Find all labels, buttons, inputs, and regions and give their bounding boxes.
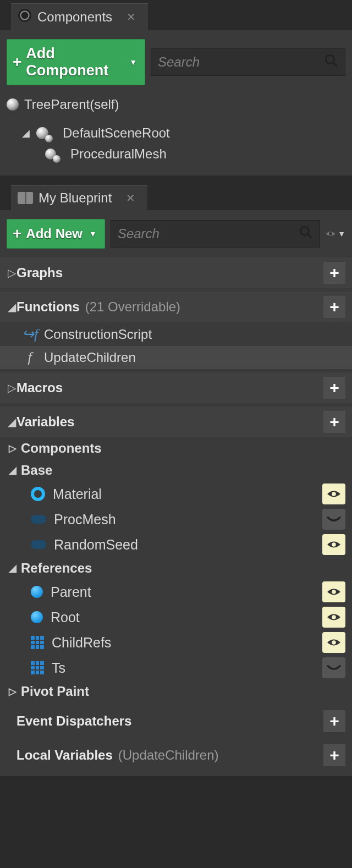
search-field[interactable] (158, 54, 324, 70)
search-icon (299, 225, 313, 243)
variable-procmesh[interactable]: ProcMesh (0, 507, 352, 532)
chevron-down-icon: ▼ (89, 229, 97, 238)
var-group-pivot-paint[interactable]: ▷ Pivot Paint (0, 680, 352, 702)
material-type-icon (31, 487, 45, 501)
visibility-toggle[interactable] (322, 657, 345, 678)
var-group-references[interactable]: ◢ References (0, 557, 352, 579)
svg-point-7 (332, 492, 336, 496)
ue-logo-icon (18, 8, 32, 26)
add-graph-button[interactable]: + (323, 262, 345, 284)
add-local-variable-button[interactable]: + (323, 744, 345, 766)
function-label: ConstructionScript (44, 327, 152, 342)
svg-line-5 (307, 234, 312, 238)
variable-childrefs[interactable]: ChildRefs (0, 630, 352, 655)
collapse-icon[interactable]: ◢ (7, 415, 16, 428)
variable-parent[interactable]: Parent (0, 579, 352, 605)
add-function-button[interactable]: + (323, 296, 345, 318)
add-new-button[interactable]: + Add New ▼ (7, 219, 105, 249)
section-local-variables[interactable]: Local Variables (UpdateChildren) + (0, 740, 352, 771)
object-type-icon (31, 515, 46, 524)
close-icon[interactable]: ✕ (127, 10, 136, 24)
visibility-toggle[interactable] (322, 581, 345, 602)
section-macros[interactable]: ▷ Macros + (0, 372, 352, 403)
visibility-filter-button[interactable]: ▼ (326, 226, 345, 242)
functions-subtitle: (21 Overridable) (85, 299, 180, 315)
variable-material[interactable]: Material (0, 481, 352, 507)
components-tab[interactable]: Components ✕ (11, 3, 148, 30)
function-label: UpdateChildren (44, 350, 136, 365)
scene-root-label: DefaultSceneRoot (63, 125, 170, 141)
add-event-dispatcher-button[interactable]: + (323, 710, 345, 732)
search-field[interactable] (118, 226, 299, 241)
component-tree-root[interactable]: TreeParent(self) (7, 94, 345, 115)
add-component-button[interactable]: + Add Component ▼ (7, 39, 145, 85)
components-tab-label: Components (37, 9, 112, 25)
variable-label: Root (51, 609, 80, 625)
expand-icon[interactable]: ▷ (7, 266, 16, 279)
variables-title: Variables (16, 414, 74, 430)
components-group-label: Components (21, 441, 102, 456)
root-label: TreeParent(self) (24, 97, 119, 112)
add-new-label: Add New (26, 226, 82, 241)
section-variables[interactable]: ◢ Variables + (0, 406, 352, 437)
pivot-paint-label: Pivot Paint (21, 684, 89, 699)
visibility-toggle[interactable] (322, 632, 345, 653)
visibility-toggle[interactable] (322, 607, 345, 628)
expand-icon[interactable]: ▷ (8, 685, 18, 697)
blueprint-icon (18, 192, 33, 204)
array-type-icon (31, 636, 44, 649)
collapse-icon[interactable]: ◢ (8, 562, 18, 574)
svg-point-4 (300, 227, 309, 235)
function-update-children[interactable]: f UpdateChildren (0, 346, 352, 369)
expand-icon[interactable]: ▷ (8, 442, 18, 454)
visibility-toggle[interactable] (322, 509, 345, 530)
add-macro-button[interactable]: + (323, 377, 345, 399)
scene-component-icon (45, 149, 56, 160)
blueprint-search-input[interactable] (111, 220, 320, 248)
component-proc-mesh[interactable]: ProceduralMesh (7, 144, 345, 164)
var-group-base[interactable]: ◢ Base (0, 459, 352, 481)
variable-ts[interactable]: Ts (0, 655, 352, 680)
base-group-label: Base (21, 463, 52, 478)
graphs-title: Graphs (16, 265, 63, 281)
components-search-input[interactable] (151, 48, 345, 76)
section-event-dispatchers[interactable]: Event Dispatchers + (0, 706, 352, 737)
variable-label: Material (53, 486, 102, 502)
section-graphs[interactable]: ▷ Graphs + (0, 257, 352, 288)
event-dispatchers-title: Event Dispatchers (16, 713, 131, 729)
object-type-icon (31, 540, 46, 549)
expand-icon[interactable]: ▷ (7, 381, 16, 394)
array-type-icon (31, 661, 44, 674)
chevron-down-icon: ▼ (129, 58, 137, 67)
my-blueprint-tab-label: My Blueprint (38, 190, 112, 206)
var-group-components[interactable]: ▷ Components (0, 437, 352, 459)
svg-point-2 (326, 55, 334, 63)
variable-label: ProcMesh (54, 512, 116, 528)
references-group-label: References (21, 561, 92, 576)
visibility-toggle[interactable] (322, 534, 345, 555)
close-icon[interactable]: ✕ (126, 191, 135, 205)
variable-root[interactable]: Root (0, 605, 352, 630)
chevron-down-icon: ▼ (338, 229, 345, 238)
section-functions[interactable]: ◢ Functions (21 Overridable) + (0, 292, 352, 322)
add-variable-button[interactable]: + (323, 411, 345, 433)
my-blueprint-tab[interactable]: My Blueprint ✕ (11, 185, 147, 210)
svg-point-10 (332, 615, 336, 619)
variable-label: Ts (52, 660, 65, 676)
macros-title: Macros (16, 380, 63, 395)
svg-point-6 (329, 232, 332, 235)
plus-icon: + (13, 225, 21, 243)
collapse-icon[interactable]: ◢ (8, 464, 18, 476)
function-icon: f (22, 349, 37, 366)
functions-title: Functions (16, 299, 80, 315)
object-ref-icon (31, 611, 43, 623)
variable-randomseed[interactable]: RandomSeed (0, 532, 352, 557)
function-construction-script[interactable]: ↪f ConstructionScript (0, 322, 352, 346)
svg-point-8 (332, 542, 336, 547)
visibility-toggle[interactable] (322, 484, 345, 504)
component-scene-root[interactable]: ◢ DefaultSceneRoot (7, 123, 345, 144)
expand-icon[interactable]: ◢ (21, 127, 31, 139)
collapse-icon[interactable]: ◢ (7, 300, 16, 314)
scene-component-icon (36, 127, 48, 139)
svg-point-11 (332, 640, 336, 645)
